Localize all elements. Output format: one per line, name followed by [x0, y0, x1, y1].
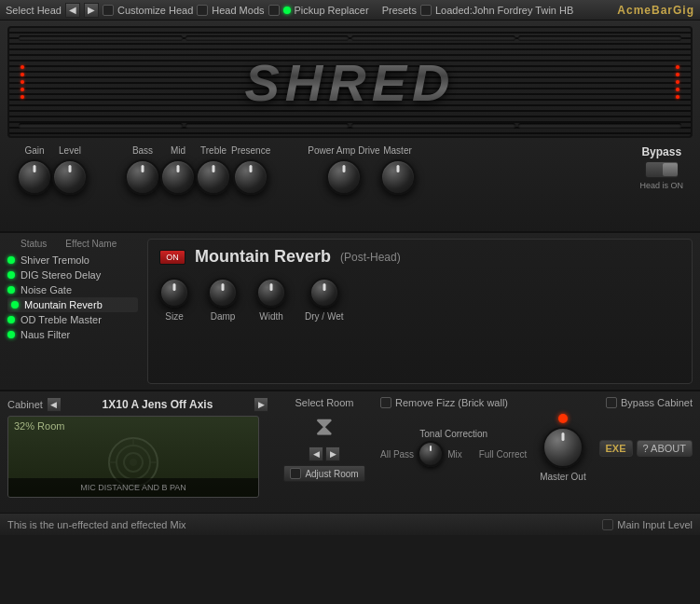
red-led	[21, 65, 24, 69]
treble-label: Treble	[200, 145, 226, 156]
room-nav: ◀ ▶	[309, 446, 340, 461]
effect-name-4: OD Treble Master	[21, 314, 102, 325]
nav-next-arrow[interactable]: ▶	[84, 3, 99, 18]
effect-led-0	[7, 256, 15, 264]
on-toggle: ON	[159, 250, 185, 265]
master-led	[558, 414, 568, 423]
pickup-replacer-checkbox[interactable]	[268, 5, 280, 16]
room-nav-next[interactable]: ▶	[325, 446, 340, 461]
tonal-mix-knob[interactable]	[418, 441, 444, 467]
pickup-replacer-led	[283, 7, 291, 14]
reverb-subtitle: (Post-Head)	[340, 251, 401, 264]
power-amp-drive-group: Power Amp Drive	[308, 145, 379, 195]
master-out-section: Master Out	[540, 414, 585, 482]
on-button[interactable]: ON	[159, 250, 185, 265]
bass-label: Bass	[132, 145, 153, 156]
pickup-replacer-label: Pickup Replacer	[295, 5, 369, 16]
master-out-knob[interactable]	[542, 427, 583, 468]
effect-item-noise-gate[interactable]: Noise Gate	[7, 282, 138, 297]
reverb-dry-wet-knob[interactable]	[309, 278, 339, 308]
room-nav-prev[interactable]: ◀	[309, 446, 323, 461]
effect-led-3	[11, 301, 19, 309]
effect-led-5	[7, 331, 15, 338]
presets-checkbox[interactable]	[420, 5, 432, 16]
mid-label: Mid	[171, 145, 185, 156]
adjust-room-button[interactable]: Adjust Room	[283, 465, 364, 482]
customize-head-checkbox[interactable]	[103, 5, 114, 16]
gain-knob[interactable]	[17, 159, 52, 195]
bypass-cabinet-text: Bypass Cabinet	[621, 397, 693, 408]
amp-head: SHRED Gain Level Bass Mid Treble Presenc…	[0, 21, 700, 233]
effect-name-0: Shiver Tremolo	[21, 254, 89, 266]
tonal-all-pass: All Pass	[380, 449, 414, 460]
vent-strip	[19, 123, 183, 129]
exe-button[interactable]: EXE	[599, 440, 633, 457]
reverb-header: ON Mountain Reverb (Post-Head)	[159, 247, 680, 267]
master-out-label: Master Out	[540, 472, 585, 482]
power-amp-drive-knob[interactable]	[326, 159, 362, 195]
cab-mic-text: MIC DISTANCE AND B PAN	[80, 483, 186, 492]
treble-knob[interactable]	[196, 159, 231, 195]
top-bar: Select Head ◀ ▶ Customize Head Head Mods…	[0, 0, 700, 21]
reverb-size-knob[interactable]	[159, 278, 189, 308]
effect-item-mountain-reverb[interactable]: Mountain Reverb	[7, 297, 138, 312]
level-knob[interactable]	[52, 159, 88, 195]
bypass-switch[interactable]	[645, 161, 679, 178]
remove-fizz-text: Remove Fizz (Brick wall)	[395, 397, 508, 408]
left-led-strip	[21, 65, 24, 99]
presence-group: Presence	[231, 145, 270, 195]
svg-point-3	[130, 459, 137, 466]
effect-item-od-treble[interactable]: OD Treble Master	[7, 312, 138, 327]
effects-section: Status Effect Name Shiver Tremolo DIG St…	[0, 233, 700, 391]
remove-fizz-checkbox[interactable]	[380, 397, 391, 408]
about-button[interactable]: ? ABOUT	[637, 440, 693, 457]
brand-label: AcmeBarGig	[617, 4, 694, 17]
red-led	[21, 88, 24, 91]
cabinet-header: Cabinet ◀ 1X10 A Jens Off Axis ▶	[7, 397, 268, 412]
main-input-section: Main Input Level	[602, 519, 693, 530]
cab-nav-next[interactable]: ▶	[254, 397, 268, 412]
reverb-width-knob[interactable]	[256, 278, 286, 308]
head-mods-checkbox[interactable]	[197, 5, 208, 16]
master-group: Master	[380, 145, 416, 195]
cabinet-label: Cabinet	[7, 399, 43, 410]
preset-loaded-label: Loaded:John Fordrey Twin HB	[435, 5, 573, 16]
bypass-cabinet-checkbox[interactable]	[606, 397, 617, 408]
top-bar-left: Select Head ◀ ▶ Customize Head Head Mods…	[6, 3, 610, 18]
effect-name-3: Mountain Reverb	[24, 299, 103, 310]
effect-item-naus-filter[interactable]: Naus Filter	[7, 327, 138, 342]
reverb-width-group: Width	[256, 278, 286, 322]
bypass-switch-inner	[663, 163, 678, 176]
cab-nav-prev[interactable]: ◀	[47, 397, 62, 412]
nav-prev-arrow[interactable]: ◀	[65, 3, 80, 18]
input-indicator-checkbox[interactable]	[602, 519, 613, 530]
vent-strip	[351, 123, 515, 129]
reverb-title: Mountain Reverb	[195, 247, 331, 267]
remove-fizz-label[interactable]: Remove Fizz (Brick wall)	[380, 397, 508, 408]
effect-led-2	[7, 286, 15, 294]
treble-group: Treble	[196, 145, 231, 195]
bypass-sub: Head is ON	[639, 181, 683, 190]
bypass-label: Bypass	[641, 145, 681, 158]
adjust-room-checkbox[interactable]	[290, 468, 301, 479]
bass-knob[interactable]	[125, 159, 160, 195]
reverb-damp-knob[interactable]	[208, 278, 238, 308]
header-effect-name: Effect Name	[65, 239, 117, 249]
red-led	[676, 95, 679, 99]
mid-knob[interactable]	[160, 159, 196, 195]
vent-strip	[351, 35, 515, 41]
bypass-cabinet-label[interactable]: Bypass Cabinet	[606, 397, 693, 408]
master-knob-amp[interactable]	[380, 159, 416, 195]
reverb-width-label: Width	[259, 311, 283, 322]
effect-item-dig-stereo-delay[interactable]: DIG Stereo Delay	[7, 268, 138, 282]
cabinet-name: 1X10 A Jens Off Axis	[65, 398, 250, 411]
red-led	[21, 73, 24, 76]
effects-list: Status Effect Name Shiver Tremolo DIG St…	[7, 239, 138, 384]
presence-knob[interactable]	[233, 159, 268, 195]
gain-label: Gain	[24, 145, 44, 156]
presence-label: Presence	[231, 145, 270, 156]
effect-item-shiver-tremolo[interactable]: Shiver Tremolo	[7, 253, 138, 268]
customize-head-label: Customize Head	[117, 5, 193, 16]
reverb-dry-wet-group: Dry / Wet	[305, 278, 343, 322]
select-room-label: Select Room	[295, 397, 354, 408]
